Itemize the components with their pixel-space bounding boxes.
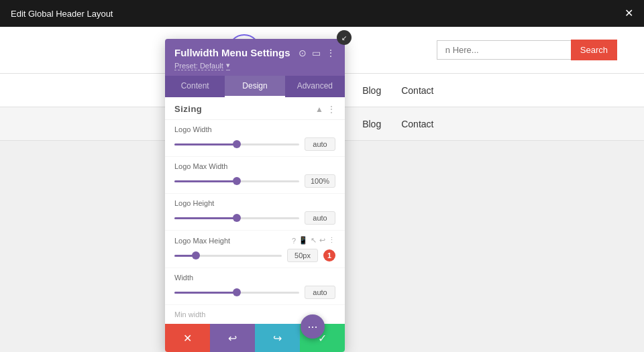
width-label: Width bbox=[174, 274, 335, 282]
logo-height-value[interactable]: auto bbox=[305, 211, 335, 225]
logo-width-fill bbox=[174, 143, 237, 145]
logo-height-slider-row: auto bbox=[174, 211, 335, 225]
section-header-icons: ▲ ⋮ bbox=[315, 105, 335, 114]
logo-width-thumb[interactable] bbox=[233, 140, 241, 148]
logo-max-width-slider-row: 100% bbox=[174, 174, 335, 188]
panel-body: Sizing ▲ ⋮ Logo Width auto Logo Max Wid bbox=[165, 97, 345, 324]
logo-height-track[interactable] bbox=[174, 217, 299, 219]
logo-max-height-label-icons: ? 📱 ↖ ↩ ⋮ bbox=[292, 236, 335, 245]
tab-design[interactable]: Design bbox=[225, 76, 284, 97]
panel-settings-icon[interactable]: ⊙ bbox=[299, 48, 307, 58]
tab-content[interactable]: Content bbox=[165, 76, 225, 97]
panel-header: Fullwidth Menu Settings ⊙ ▭ ⋮ Preset: De… bbox=[165, 39, 345, 76]
panel-layout-icon[interactable]: ▭ bbox=[312, 48, 321, 58]
tab-advanced[interactable]: Advanced bbox=[285, 76, 345, 97]
logo-width-slider-row: auto bbox=[174, 137, 335, 151]
cancel-button[interactable]: ✕ bbox=[165, 324, 210, 352]
arrow-icon[interactable]: ↖ bbox=[311, 236, 317, 245]
logo-max-width-row: Logo Max Width 100% bbox=[165, 157, 345, 194]
logo-max-height-label: Logo Max Height ? 📱 ↖ ↩ ⋮ bbox=[174, 236, 335, 245]
logo-width-row: Logo Width auto bbox=[165, 120, 345, 157]
width-track[interactable] bbox=[174, 292, 299, 294]
nav-blog-2[interactable]: Blog bbox=[362, 119, 381, 129]
nav-contact-2[interactable]: Contact bbox=[401, 119, 433, 129]
more-small-icon[interactable]: ⋮ bbox=[328, 236, 335, 245]
search-input[interactable] bbox=[437, 40, 571, 60]
logo-width-value[interactable]: auto bbox=[305, 137, 335, 151]
help-icon[interactable]: ? bbox=[292, 237, 296, 245]
logo-max-height-value[interactable]: 50px bbox=[287, 249, 318, 262]
mobile-icon[interactable]: 📱 bbox=[299, 236, 308, 245]
nav-contact-1[interactable]: Contact bbox=[401, 85, 433, 96]
logo-max-height-slider-row: 50px 1 bbox=[174, 249, 335, 262]
logo-width-track[interactable] bbox=[174, 143, 299, 145]
drag-handle[interactable]: ↙ bbox=[337, 30, 352, 45]
width-fill bbox=[174, 292, 237, 294]
logo-max-width-track[interactable] bbox=[174, 180, 299, 182]
search-button[interactable]: Search bbox=[571, 40, 617, 60]
panel-tabs: Content Design Advanced bbox=[165, 76, 345, 97]
logo-max-width-thumb[interactable] bbox=[233, 177, 241, 185]
top-bar: Edit Global Header Layout ✕ bbox=[0, 0, 644, 27]
width-slider-row: auto bbox=[174, 286, 335, 299]
notification-badge: 1 bbox=[323, 249, 335, 261]
panel-preset[interactable]: Preset: Default ▾ bbox=[174, 61, 335, 70]
nav-blog-1[interactable]: Blog bbox=[362, 85, 381, 96]
logo-width-label: Logo Width bbox=[174, 125, 335, 133]
logo-max-height-track[interactable] bbox=[174, 255, 282, 257]
logo-height-label: Logo Height bbox=[174, 199, 335, 207]
search-area: Search bbox=[437, 40, 617, 60]
fab-button[interactable]: ··· bbox=[301, 314, 325, 339]
logo-height-row: Logo Height auto bbox=[165, 194, 345, 231]
section-title: Sizing bbox=[174, 104, 202, 114]
logo-height-thumb[interactable] bbox=[233, 214, 241, 222]
settings-panel: Fullwidth Menu Settings ⊙ ▭ ⋮ Preset: De… bbox=[165, 39, 345, 352]
panel-header-icons: ⊙ ▭ ⋮ bbox=[299, 48, 335, 58]
undo-button[interactable]: ↩ bbox=[210, 324, 255, 352]
logo-max-width-value[interactable]: 100% bbox=[305, 174, 335, 188]
logo-max-width-label: Logo Max Width bbox=[174, 162, 335, 170]
panel-more-icon[interactable]: ⋮ bbox=[326, 48, 335, 58]
width-thumb[interactable] bbox=[233, 288, 241, 296]
redo-button[interactable]: ↪ bbox=[255, 324, 300, 352]
panel-title: Fullwidth Menu Settings bbox=[174, 47, 290, 58]
logo-max-height-row: Logo Max Height ? 📱 ↖ ↩ ⋮ 50px 1 bbox=[165, 231, 345, 268]
close-button[interactable]: ✕ bbox=[625, 8, 633, 19]
sizing-section-header: Sizing ▲ ⋮ bbox=[165, 97, 345, 120]
section-more-icon[interactable]: ⋮ bbox=[327, 105, 335, 114]
section-collapse-icon[interactable]: ▲ bbox=[315, 105, 323, 114]
logo-height-fill bbox=[174, 217, 237, 219]
width-value[interactable]: auto bbox=[305, 286, 335, 299]
undo-small-icon[interactable]: ↩ bbox=[319, 236, 325, 245]
window-title: Edit Global Header Layout bbox=[11, 9, 113, 19]
logo-max-height-thumb[interactable] bbox=[192, 251, 200, 259]
width-row: Width auto bbox=[165, 268, 345, 305]
logo-max-width-fill bbox=[174, 180, 237, 182]
